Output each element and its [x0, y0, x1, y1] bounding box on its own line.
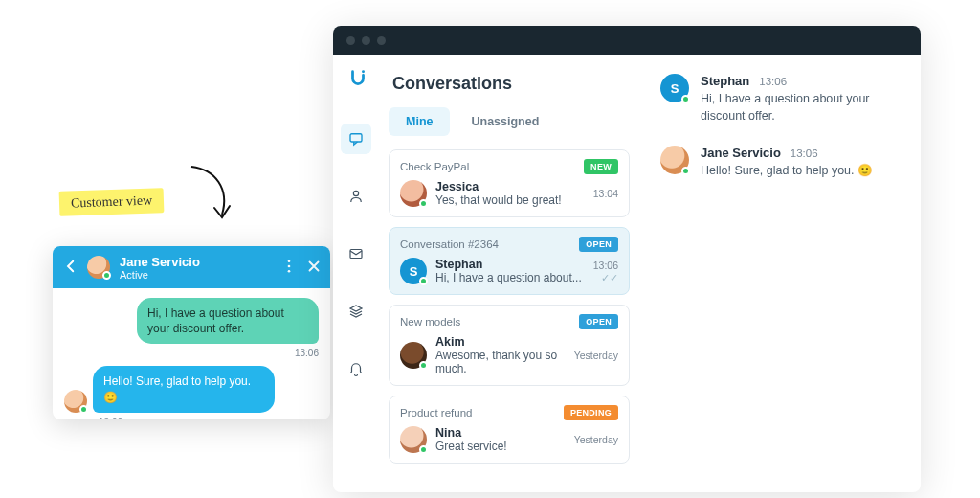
svg-point-0: [288, 260, 291, 262]
sender-name: Akim: [435, 335, 574, 349]
conversation-list-panel: Conversations Mine Unassigned Check PayP…: [379, 55, 643, 492]
agent-window: Conversations Mine Unassigned Check PayP…: [333, 26, 921, 492]
conversation-time: Yesterday: [574, 350, 618, 361]
message-time: 13:06: [99, 417, 319, 419]
message-out: Hi, I have a question about your discoun…: [64, 298, 319, 344]
thread-panel: S Stephan 13:06 Hi, I have a question ab…: [643, 55, 921, 492]
chat-header-text: Jane Servicio Active: [120, 255, 200, 281]
snippet: Great service!: [435, 440, 507, 453]
snippet: Yes, that would be great!: [435, 193, 562, 207]
avatar: [400, 426, 427, 453]
tabs: Mine Unassigned: [389, 107, 630, 136]
chat-body: Hi, I have a question about your discoun…: [53, 288, 330, 419]
conversation-item[interactable]: Conversation #2364 OPEN S Stephan Hi, I …: [389, 227, 630, 295]
snippet: Hi, I have a question about...: [435, 271, 582, 284]
page-title: Conversations: [392, 74, 626, 94]
tab-unassigned[interactable]: Unassigned: [454, 107, 556, 136]
thread-sender: Jane Servicio: [701, 146, 781, 160]
message-bubble: Hi, I have a question about your discoun…: [137, 298, 319, 344]
conversation-subject: Check PayPal: [400, 161, 469, 172]
avatar: S: [660, 74, 689, 102]
message-time: 13:06: [64, 348, 319, 358]
conversation-time: Yesterday: [574, 434, 618, 445]
sidebar-item-contacts[interactable]: [341, 181, 371, 212]
avatar: [400, 342, 427, 369]
sidebar-item-conversations[interactable]: [341, 124, 371, 154]
more-icon[interactable]: [280, 258, 296, 278]
sidebar: [333, 55, 379, 492]
status-badge: OPEN: [579, 314, 618, 329]
thread-sender: Stephan: [701, 74, 749, 88]
thread-time: 13:06: [791, 147, 818, 159]
avatar: S: [400, 258, 427, 284]
sender-name: Nina: [435, 426, 507, 440]
thread-text: Hi, I have a question about your discoun…: [701, 91, 902, 124]
conversation-time: 13:06: [593, 260, 618, 271]
sender-name: Stephan: [435, 258, 582, 271]
message-in: Hello! Sure, glad to help you. 🙂: [64, 366, 319, 412]
close-icon[interactable]: [305, 258, 321, 278]
conversation-subject: Product refund: [400, 407, 472, 419]
thread-message: S Stephan 13:06 Hi, I have a question ab…: [660, 74, 902, 124]
sidebar-item-stack[interactable]: [341, 296, 371, 327]
svg-point-2: [288, 269, 291, 272]
customer-view-label: Customer view: [59, 188, 165, 216]
agent-avatar: [87, 256, 110, 279]
thread-time: 13:06: [759, 76, 787, 87]
svg-rect-6: [350, 250, 362, 259]
conversation-item[interactable]: Product refund PENDING Nina Great servic…: [389, 396, 630, 464]
status-badge: OPEN: [579, 237, 618, 252]
conversation-subject: New models: [400, 316, 460, 328]
back-icon[interactable]: [62, 258, 79, 278]
svg-point-1: [288, 264, 291, 267]
message-bubble: Hello! Sure, glad to help you. 🙂: [93, 366, 275, 412]
customer-chat-widget: Jane Servicio Active Hi, I have a questi…: [53, 246, 330, 419]
traffic-light-icon: [346, 36, 355, 45]
tab-mine[interactable]: Mine: [389, 107, 450, 136]
conversation-item[interactable]: New models OPEN Akim Awesome, thank you …: [389, 305, 630, 386]
conversation-time: 13:04: [593, 188, 618, 199]
chat-header: Jane Servicio Active: [53, 246, 330, 288]
svg-point-3: [362, 70, 365, 73]
sender-name: Jessica: [435, 180, 562, 193]
thread-message: Jane Servicio 13:06 Hello! Sure, glad to…: [660, 146, 902, 180]
snippet: Awesome, thank you so much.: [435, 349, 574, 375]
conversation-item[interactable]: Check PayPal NEW Jessica Yes, that would…: [389, 149, 630, 217]
traffic-light-icon: [362, 36, 370, 45]
traffic-light-icon: [377, 36, 386, 45]
app-logo-icon[interactable]: [347, 68, 368, 95]
sidebar-item-notifications[interactable]: [341, 353, 371, 384]
agent-name: Jane Servicio: [120, 255, 200, 269]
svg-rect-4: [350, 134, 362, 142]
conversation-subject: Conversation #2364: [400, 238, 499, 250]
arrow-customer-icon: [182, 162, 239, 229]
avatar: [400, 180, 427, 207]
window-titlebar: [333, 26, 921, 55]
svg-point-5: [353, 191, 358, 195]
status-badge: PENDING: [564, 405, 618, 420]
sidebar-item-inbox[interactable]: [341, 238, 371, 269]
status-badge: NEW: [584, 159, 618, 174]
avatar: [64, 390, 87, 413]
agent-status: Active: [120, 269, 200, 281]
read-receipt-icon: ✓✓: [593, 273, 618, 283]
avatar: [660, 146, 689, 174]
thread-text: Hello! Sure, glad to help you. 🙂: [701, 163, 873, 180]
